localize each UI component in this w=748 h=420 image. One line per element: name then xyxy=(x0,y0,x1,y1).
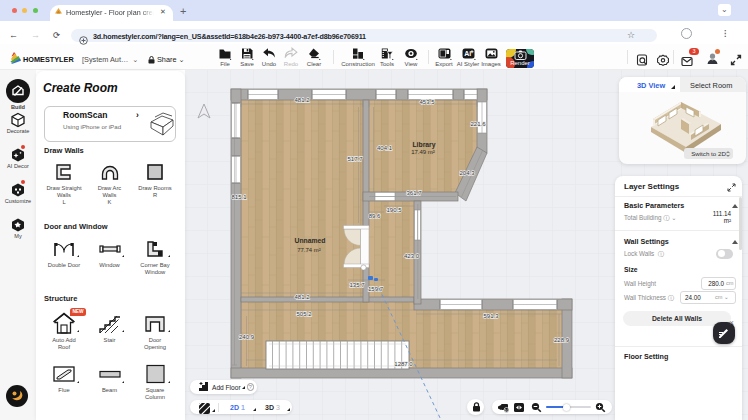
svg-text:Library: Library xyxy=(412,141,435,149)
svg-text:423.0: 423.0 xyxy=(404,253,420,259)
svg-text:10: 10 xyxy=(504,407,509,412)
svg-text:517.7: 517.7 xyxy=(347,156,363,162)
svg-text:404.1: 404.1 xyxy=(377,145,393,151)
svg-text:221.6: 221.6 xyxy=(470,121,486,127)
svg-text:1287.0: 1287.0 xyxy=(394,361,413,367)
svg-text:453.5: 453.5 xyxy=(419,99,435,105)
svg-text:204.3: 204.3 xyxy=(459,170,475,176)
svg-text:135.7: 135.7 xyxy=(349,282,365,288)
svg-text:228.9: 228.9 xyxy=(554,337,570,343)
svg-text:159.7: 159.7 xyxy=(368,286,384,292)
svg-text:Unnamed: Unnamed xyxy=(295,237,326,244)
svg-text:591.3: 591.3 xyxy=(483,313,499,319)
svg-text:17.49 m²: 17.49 m² xyxy=(411,149,435,155)
svg-text:190.5: 190.5 xyxy=(386,207,402,213)
svg-text:361.7: 361.7 xyxy=(406,190,422,196)
svg-text:481.2: 481.2 xyxy=(294,97,310,103)
svg-text:815.1: 815.1 xyxy=(231,194,247,200)
svg-text:Ai: Ai xyxy=(464,50,471,57)
svg-text:240.9: 240.9 xyxy=(239,334,255,340)
svg-text:89.6: 89.6 xyxy=(369,213,381,219)
svg-text:481.2: 481.2 xyxy=(294,294,310,300)
svg-text:505.2: 505.2 xyxy=(296,311,312,317)
svg-text:77.74 m²: 77.74 m² xyxy=(297,247,321,253)
